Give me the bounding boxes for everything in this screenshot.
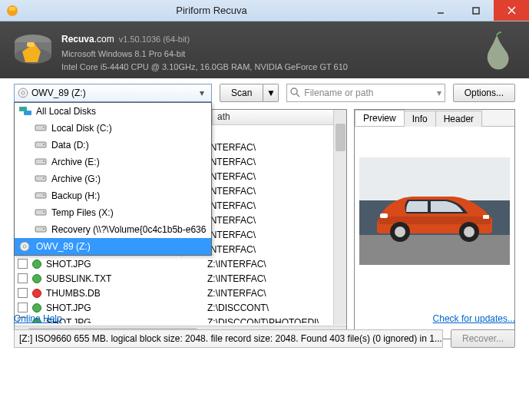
svg-point-27	[43, 211, 45, 213]
scan-dropdown-button[interactable]: ▼	[263, 84, 279, 102]
file-path: \INTERFAC\	[205, 230, 346, 240]
svg-rect-24	[35, 193, 46, 198]
file-path: \INTERFAC\	[205, 186, 346, 197]
file-name: THUMBS.DB	[46, 288, 207, 299]
svg-rect-1	[9, 7, 15, 11]
drive-option[interactable]: Local Disk (C:)	[15, 120, 211, 137]
drive-icon	[35, 140, 47, 150]
svg-line-13	[296, 94, 299, 97]
preview-image	[359, 157, 510, 265]
system-info-hw: Intel Core i5-4440 CPU @ 3.10GHz, 16.0GB…	[61, 61, 348, 73]
file-path: Z:\INTERFAC\	[207, 259, 346, 270]
online-help-link[interactable]: Online Help	[14, 313, 62, 324]
table-row[interactable]: THUMBS.DBZ:\INTERFAC\	[15, 286, 346, 300]
file-path: Z:\INTERFAC\	[207, 288, 346, 299]
drive-option[interactable]: All Local Disks	[15, 103, 211, 120]
table-row[interactable]: SUBSLINK.TXTZ:\INTERFAC\	[15, 271, 346, 286]
file-path: \INTERFAC\	[205, 142, 346, 153]
svg-point-31	[23, 245, 26, 248]
column-path[interactable]: ath	[213, 110, 346, 124]
drive-selector[interactable]: OWV_89 (Z:) ▾	[14, 84, 212, 102]
svg-point-25	[43, 194, 45, 196]
svg-point-34	[395, 227, 405, 237]
app-header: Recuva.comv1.50.1036 (64-bit) Microsoft …	[0, 21, 529, 78]
drive-option[interactable]: Temp Files (X:)	[15, 204, 211, 221]
drive-option[interactable]: Archive (G:)	[15, 170, 211, 187]
svg-point-11	[21, 91, 25, 94]
cd-icon	[19, 241, 31, 252]
vertical-scrollbar[interactable]	[333, 110, 346, 325]
recovery-state-icon	[32, 260, 41, 269]
window-title: Piriform Recuva	[0, 5, 423, 16]
minimize-button[interactable]	[423, 0, 458, 21]
file-path: \	[205, 127, 346, 138]
recuva-logo-icon	[11, 28, 55, 72]
svg-rect-3	[473, 8, 479, 14]
drive-option[interactable]: OWV_89 (Z:)	[15, 238, 211, 255]
svg-rect-20	[35, 159, 46, 164]
svg-rect-38	[483, 215, 489, 219]
app-icon	[6, 5, 18, 17]
svg-rect-15	[24, 111, 31, 115]
drive-option[interactable]: Data (D:)	[15, 137, 211, 154]
tab-header[interactable]: Header	[435, 111, 482, 127]
file-path: \INTERFAC\	[205, 157, 346, 167]
svg-point-12	[291, 88, 297, 94]
options-button[interactable]: Options...	[453, 84, 515, 102]
file-path: Z:\INTERFAC\	[207, 273, 346, 284]
row-checkbox[interactable]	[18, 273, 28, 283]
drive-icon	[35, 207, 47, 218]
row-checkbox[interactable]	[18, 259, 28, 269]
file-name: SHOT.JPG	[46, 259, 207, 270]
tab-info[interactable]: Info	[404, 111, 436, 127]
drive-option[interactable]: Archive (E:)	[15, 154, 211, 170]
svg-rect-26	[35, 210, 46, 215]
drive-icon	[35, 190, 47, 201]
svg-rect-32	[379, 217, 491, 224]
svg-rect-9	[27, 42, 35, 47]
svg-rect-16	[35, 125, 46, 131]
row-checkbox[interactable]	[18, 288, 28, 298]
svg-rect-18	[35, 142, 46, 147]
file-path: \INTERFAC\	[205, 244, 346, 255]
search-input[interactable]: Filename or path ▾	[286, 84, 445, 102]
status-bar: [Z:] ISO9660 655 MB. logical block size:…	[14, 329, 443, 348]
drive-dropdown: All Local DisksLocal Disk (C:)Data (D:)A…	[14, 102, 212, 256]
drive-icon	[35, 157, 47, 167]
file-path: \INTERFAC\	[205, 200, 346, 211]
drive-icon	[35, 174, 47, 184]
tab-preview[interactable]: Preview	[355, 110, 405, 126]
close-button[interactable]	[494, 0, 529, 21]
svg-point-19	[43, 144, 45, 145]
cd-icon	[18, 88, 28, 98]
recovery-state-icon	[32, 289, 41, 298]
maximize-button[interactable]	[458, 0, 494, 21]
svg-point-36	[464, 227, 474, 237]
search-icon	[290, 88, 301, 98]
drive-selected-text: OWV_89 (Z:)	[31, 88, 196, 98]
svg-rect-28	[35, 227, 46, 232]
recover-button[interactable]: Recover...	[451, 329, 515, 348]
svg-point-17	[43, 127, 45, 128]
drive-icon	[35, 123, 47, 134]
svg-point-23	[43, 177, 45, 179]
file-name: SUBSLINK.TXT	[46, 273, 207, 284]
recovery-state-icon	[32, 274, 41, 283]
preview-panel: PreviewInfoHeader	[354, 109, 515, 339]
svg-point-21	[43, 160, 45, 162]
table-row[interactable]: SHOT.JPGZ:\INTERFAC\	[15, 256, 346, 271]
scan-button[interactable]: Scan	[220, 84, 263, 102]
brand-name: Recuva.comv1.50.1036 (64-bit)	[61, 27, 348, 47]
drive-icon	[35, 224, 47, 235]
check-updates-link[interactable]: Check for updates...	[433, 313, 515, 324]
file-path: \INTERFAC\	[205, 215, 346, 226]
system-info-os: Microsoft Windows 8.1 Pro 64-bit	[61, 48, 348, 60]
drive-option[interactable]: Backup (H:)	[15, 187, 211, 204]
svg-point-29	[43, 228, 45, 230]
svg-rect-37	[380, 213, 388, 218]
drive-option[interactable]: Recovery (\\?\Volume{0c4c1b5b-e636-4ada	[15, 221, 211, 238]
disks-icon	[19, 106, 31, 117]
file-path: \INTERFAC\	[205, 171, 346, 182]
piriform-pear-icon	[478, 29, 515, 72]
chevron-down-icon: ▾	[437, 88, 441, 98]
